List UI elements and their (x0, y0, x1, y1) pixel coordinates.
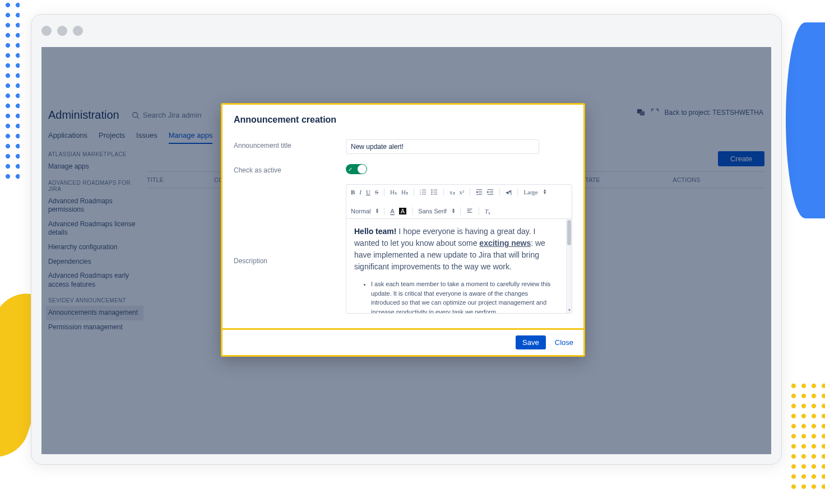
browser-traffic-lights (31, 15, 781, 41)
superscript-button[interactable]: x² (460, 189, 465, 195)
check-as-active-label: Check as active (234, 164, 346, 174)
viewport: Administration Search Jira admin Back to… (41, 47, 771, 454)
decor-dots-br (789, 381, 825, 493)
font-color-button[interactable]: A (390, 208, 394, 214)
close-button[interactable]: Close (555, 338, 573, 347)
description-label: Description (234, 184, 346, 314)
editor-toolbar: B I U S H₁ H₂ (346, 185, 572, 219)
bullet-1: I ask each team member to take a moment … (371, 279, 558, 313)
ordered-list-button[interactable]: 123 (420, 189, 427, 195)
modal-title: Announcement creation (234, 115, 572, 125)
indent-button[interactable] (487, 189, 494, 195)
scrollbar-thumb[interactable] (567, 220, 571, 245)
check-icon: ✓ (348, 166, 353, 172)
bold-button[interactable]: B (351, 189, 355, 195)
font-family-select[interactable]: Sans Serif ▴▾ (418, 208, 455, 214)
paragraph-style-select[interactable]: Normal ▴▾ (351, 208, 378, 214)
chevron-updown-icon: ▴▾ (544, 189, 546, 195)
h1-button[interactable]: H₁ (390, 189, 397, 196)
h2-button[interactable]: H₂ (401, 189, 408, 196)
svg-point-12 (432, 194, 433, 195)
scroll-down-icon[interactable]: ▾ (567, 307, 572, 312)
decor-blob-tr (786, 22, 825, 218)
rich-text-editor: B I U S H₁ H₂ (346, 184, 572, 314)
greeting-text: Hello team! (354, 227, 396, 236)
clear-format-button[interactable]: Tx (485, 208, 490, 214)
chevron-updown-icon: ▴▾ (376, 208, 378, 214)
highlight-button[interactable]: A (399, 208, 406, 214)
italic-button[interactable]: I (359, 189, 361, 195)
announcement-title-label: Announcement title (234, 139, 346, 154)
bullet-list-button[interactable] (431, 189, 438, 195)
announcement-title-input[interactable] (346, 139, 539, 154)
editor-content[interactable]: Hello team! I hope everyone is having a … (346, 219, 566, 313)
active-toggle[interactable]: ✓ (346, 164, 367, 174)
editor-scrollbar[interactable]: ▾ (566, 219, 572, 313)
announcement-creation-modal: Announcement creation Announcement title… (221, 103, 585, 357)
browser-frame: Administration Search Jira admin Back to… (31, 14, 782, 465)
svg-point-10 (432, 190, 433, 191)
exciting-news-text: exciting news (479, 239, 531, 248)
modal-footer: Save Close (223, 329, 583, 355)
align-button[interactable] (466, 208, 473, 214)
heading-size-select[interactable]: Large ▴▾ (523, 189, 545, 195)
strike-button[interactable]: S (375, 189, 378, 195)
outdent-button[interactable] (476, 189, 483, 195)
underline-button[interactable]: U (366, 189, 370, 195)
subscript-button[interactable]: x₂ (449, 189, 455, 196)
decor-dots-tl (0, 0, 28, 179)
svg-text:3: 3 (420, 193, 421, 195)
chevron-updown-icon: ▴▾ (452, 208, 455, 214)
save-button[interactable]: Save (516, 335, 546, 349)
svg-point-11 (432, 192, 433, 193)
rtl-button[interactable]: ◂¶ (506, 189, 512, 196)
